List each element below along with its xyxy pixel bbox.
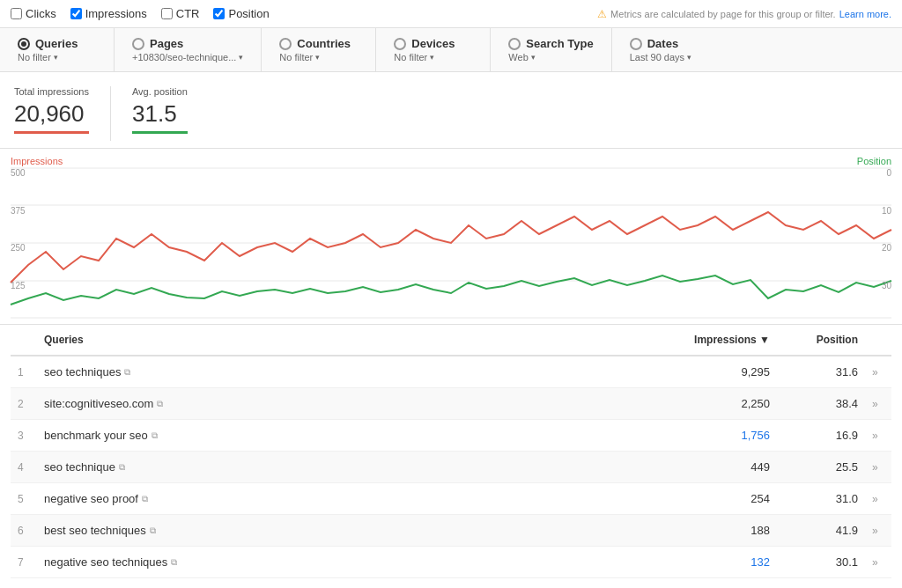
- row-nav-arrow[interactable]: »: [872, 398, 878, 410]
- pages-filter-label: Pages: [150, 37, 183, 50]
- metric-clicks[interactable]: Clicks: [11, 7, 56, 20]
- col-header-num: [11, 325, 37, 356]
- table-row: 4seo technique ⧉44925.5»: [11, 452, 891, 483]
- position-label: Position: [228, 7, 269, 20]
- row-position-6: 41.9: [777, 515, 865, 547]
- row-position-3: 16.9: [777, 420, 865, 452]
- dates-filter-value: Last 90 days: [630, 52, 684, 62]
- learn-more-link[interactable]: Learn more.: [839, 9, 891, 19]
- row-impressions-5: 254: [662, 483, 777, 515]
- metrics-checkboxes: Clicks Impressions CTR Position: [11, 7, 270, 20]
- row-nav-arrow[interactable]: »: [872, 556, 878, 569]
- table-container: Queries Impressions ▼ Position 1seo tech…: [0, 325, 902, 578]
- metric-ctr[interactable]: CTR: [161, 7, 200, 20]
- total-impressions-value: 20,960: [14, 100, 89, 128]
- searchtype-dropdown-arrow: ▾: [531, 53, 536, 62]
- col-header-nav: [865, 325, 891, 356]
- row-nav-2[interactable]: »: [865, 388, 891, 420]
- filter-countries[interactable]: Countries No filter ▾: [262, 28, 376, 71]
- table-row: 3benchmark your seo ⧉1,75616.9»: [11, 420, 891, 452]
- searchtype-filter-value: Web: [508, 52, 528, 62]
- queries-radio: [18, 38, 30, 50]
- query-link[interactable]: benchmark your seo ⧉: [44, 429, 655, 442]
- row-query-6[interactable]: best seo techniques ⧉: [37, 515, 662, 547]
- query-link[interactable]: site:cognitiveseo.com ⧉: [44, 397, 655, 410]
- chart-area: 500 375 250 125 0 10 20 30: [11, 168, 891, 318]
- row-query-2[interactable]: site:cognitiveseo.com ⧉: [37, 388, 662, 420]
- query-link[interactable]: seo technique ⧉: [44, 460, 655, 474]
- chart-container: Impressions Position 500 375 250 125 0 1: [0, 149, 902, 325]
- avg-position-value: 31.5: [132, 100, 188, 128]
- external-link-icon: ⧉: [150, 526, 156, 536]
- col-header-query[interactable]: Queries: [37, 325, 662, 356]
- ctr-label: CTR: [176, 7, 200, 20]
- summary-position: Avg. position 31.5: [132, 86, 209, 141]
- filter-queries[interactable]: Queries No filter ▾: [0, 28, 115, 71]
- position-underline: [132, 131, 188, 134]
- row-nav-4[interactable]: »: [865, 452, 891, 483]
- row-query-4[interactable]: seo technique ⧉: [37, 452, 662, 483]
- query-link[interactable]: best seo techniques ⧉: [44, 524, 655, 537]
- row-nav-arrow[interactable]: »: [872, 366, 878, 379]
- clicks-checkbox[interactable]: [11, 8, 22, 19]
- query-link[interactable]: negative seo techniques ⧉: [44, 555, 655, 569]
- metrics-note: ⚠ Metrics are calculated by page for thi…: [597, 8, 891, 20]
- countries-filter-label: Countries: [297, 37, 351, 50]
- countries-dropdown-arrow: ▾: [315, 53, 320, 62]
- row-nav-arrow[interactable]: »: [872, 493, 878, 505]
- filter-searchtype[interactable]: Search Type Web ▾: [491, 28, 611, 71]
- row-nav-arrow[interactable]: »: [872, 525, 878, 537]
- pages-radio: [132, 38, 144, 50]
- row-nav-7[interactable]: »: [865, 547, 891, 578]
- metric-position[interactable]: Position: [213, 7, 269, 20]
- row-query-1[interactable]: seo techniques ⧉: [37, 356, 662, 388]
- summary-bar: Total impressions 20,960 Avg. position 3…: [0, 72, 902, 149]
- searchtype-filter-label: Search Type: [526, 37, 593, 50]
- col-header-position[interactable]: Position: [777, 325, 865, 356]
- row-num-7: 7: [11, 547, 37, 578]
- dates-radio: [630, 38, 642, 50]
- data-table: Queries Impressions ▼ Position 1seo tech…: [11, 325, 891, 578]
- row-nav-5[interactable]: »: [865, 483, 891, 515]
- external-link-icon: ⧉: [152, 430, 158, 441]
- row-position-1: 31.6: [777, 356, 865, 388]
- row-impressions-2: 2,250: [662, 388, 777, 420]
- external-link-icon: ⧉: [124, 367, 130, 378]
- queries-filter-value: No filter: [18, 52, 51, 62]
- searchtype-radio: [508, 38, 521, 50]
- row-nav-1[interactable]: »: [865, 356, 891, 388]
- devices-radio: [394, 38, 406, 50]
- query-link[interactable]: seo techniques ⧉: [44, 365, 655, 379]
- query-link[interactable]: negative seo proof ⧉: [44, 492, 655, 505]
- row-num-3: 3: [11, 420, 37, 452]
- row-nav-arrow[interactable]: »: [872, 461, 878, 474]
- row-query-3[interactable]: benchmark your seo ⧉: [37, 420, 662, 452]
- row-num-1: 1: [11, 356, 37, 388]
- impressions-label: Impressions: [85, 7, 147, 20]
- filter-bar: Queries No filter ▾ Pages +10830/seo-tec…: [0, 28, 902, 72]
- external-link-icon: ⧉: [157, 399, 163, 409]
- row-query-7[interactable]: negative seo techniques ⧉: [37, 547, 662, 578]
- row-nav-6[interactable]: »: [865, 515, 891, 547]
- col-header-impressions[interactable]: Impressions ▼: [662, 325, 777, 356]
- metric-impressions[interactable]: Impressions: [70, 7, 147, 20]
- chart-right-label: Position: [857, 156, 891, 166]
- row-position-7: 30.1: [777, 547, 865, 578]
- filter-dates[interactable]: Dates Last 90 days ▾: [612, 28, 727, 71]
- note-text: Metrics are calculated by page for this …: [610, 9, 836, 19]
- row-query-5[interactable]: negative seo proof ⧉: [37, 483, 662, 515]
- impressions-checkbox[interactable]: [70, 8, 82, 19]
- position-checkbox[interactable]: [213, 8, 225, 19]
- table-header-row: Queries Impressions ▼ Position: [11, 325, 891, 356]
- dates-filter-label: Dates: [647, 37, 678, 50]
- summary-impressions: Total impressions 20,960: [14, 86, 111, 141]
- external-link-icon: ⧉: [119, 462, 125, 473]
- row-num-5: 5: [11, 483, 37, 515]
- row-impressions-4: 449: [662, 452, 777, 483]
- filter-pages[interactable]: Pages +10830/seo-technique... ▾: [115, 28, 262, 71]
- filter-devices[interactable]: Devices No filter ▾: [376, 28, 491, 71]
- top-bar: Clicks Impressions CTR Position ⚠ Metric…: [0, 0, 902, 28]
- row-nav-3[interactable]: »: [865, 420, 891, 452]
- row-nav-arrow[interactable]: »: [872, 430, 878, 442]
- ctr-checkbox[interactable]: [161, 8, 173, 19]
